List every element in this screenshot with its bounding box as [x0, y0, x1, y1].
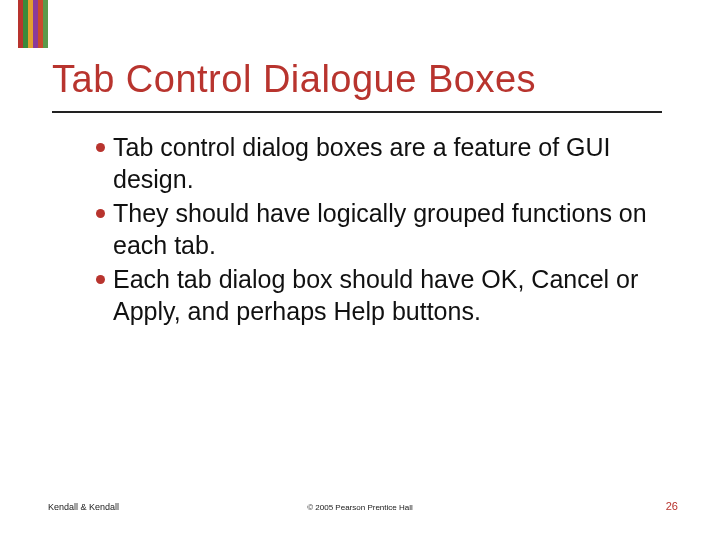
list-item: They should have logically grouped funct…: [96, 197, 656, 261]
bullet-text: Tab control dialog boxes are a feature o…: [113, 131, 656, 195]
footer-page-number: 26: [666, 500, 678, 512]
bullet-icon: [96, 209, 105, 218]
list-item: Tab control dialog boxes are a feature o…: [96, 131, 656, 195]
bullet-list: Tab control dialog boxes are a feature o…: [96, 131, 656, 327]
list-item: Each tab dialog box should have OK, Canc…: [96, 263, 656, 327]
bullet-icon: [96, 143, 105, 152]
slide-title: Tab Control Dialogue Boxes: [52, 58, 672, 101]
slide: Tab Control Dialogue Boxes Tab control d…: [0, 0, 720, 540]
title-rule: [52, 111, 662, 113]
bullet-icon: [96, 275, 105, 284]
footer-copyright: © 2005 Pearson Prentice Hall: [0, 503, 720, 512]
bullet-text: Each tab dialog box should have OK, Canc…: [113, 263, 656, 327]
bullet-text: They should have logically grouped funct…: [113, 197, 656, 261]
